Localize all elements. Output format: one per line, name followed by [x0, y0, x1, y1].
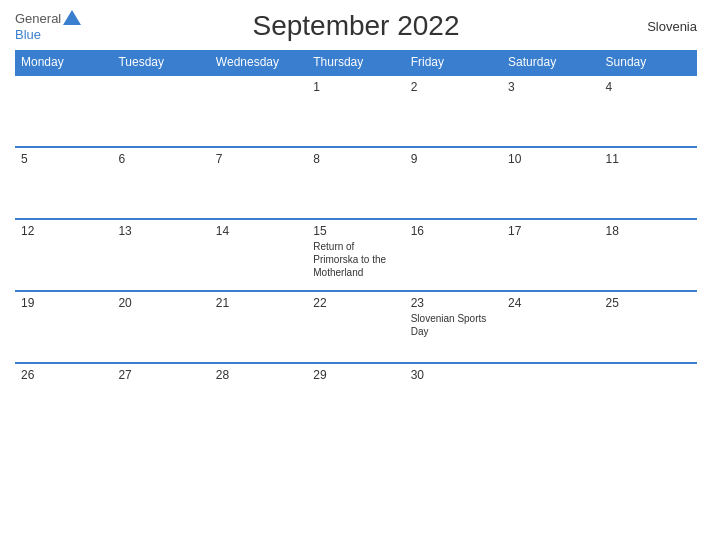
calendar-cell: 22	[307, 291, 404, 363]
calendar-week-row: 1234	[15, 75, 697, 147]
calendar-week-row: 12131415Return of Primorska to the Mothe…	[15, 219, 697, 291]
calendar-cell: 10	[502, 147, 599, 219]
calendar-cell	[112, 75, 209, 147]
calendar-cell	[210, 75, 307, 147]
calendar-cell: 8	[307, 147, 404, 219]
day-number: 14	[216, 224, 301, 238]
day-number: 28	[216, 368, 301, 382]
calendar-cell: 28	[210, 363, 307, 435]
logo: General Blue	[15, 10, 81, 42]
calendar-cell: 17	[502, 219, 599, 291]
calendar-event: Slovenian Sports Day	[411, 312, 496, 338]
weekday-header-row: Monday Tuesday Wednesday Thursday Friday…	[15, 50, 697, 75]
calendar-cell	[502, 363, 599, 435]
day-number: 26	[21, 368, 106, 382]
calendar-cell: 30	[405, 363, 502, 435]
day-number: 29	[313, 368, 398, 382]
day-number: 25	[606, 296, 691, 310]
day-number: 18	[606, 224, 691, 238]
calendar-event: Return of Primorska to the Motherland	[313, 240, 398, 279]
day-number: 20	[118, 296, 203, 310]
calendar-cell	[600, 363, 697, 435]
calendar-cell: 2	[405, 75, 502, 147]
day-number: 13	[118, 224, 203, 238]
day-number: 9	[411, 152, 496, 166]
logo-triangle-icon	[63, 10, 81, 25]
calendar-cell: 12	[15, 219, 112, 291]
calendar-cell: 5	[15, 147, 112, 219]
day-number: 21	[216, 296, 301, 310]
day-number: 4	[606, 80, 691, 94]
day-number: 17	[508, 224, 593, 238]
calendar-cell: 6	[112, 147, 209, 219]
day-number: 1	[313, 80, 398, 94]
country-name: Slovenia	[647, 19, 697, 34]
day-number: 6	[118, 152, 203, 166]
header-sunday: Sunday	[600, 50, 697, 75]
day-number: 23	[411, 296, 496, 310]
day-number: 15	[313, 224, 398, 238]
month-title: September 2022	[252, 10, 459, 42]
day-number: 8	[313, 152, 398, 166]
calendar-cell: 15Return of Primorska to the Motherland	[307, 219, 404, 291]
calendar-cell: 3	[502, 75, 599, 147]
calendar-week-row: 1920212223Slovenian Sports Day2425	[15, 291, 697, 363]
calendar-cell: 26	[15, 363, 112, 435]
calendar-cell: 1	[307, 75, 404, 147]
day-number: 27	[118, 368, 203, 382]
calendar-week-row: 2627282930	[15, 363, 697, 435]
header-thursday: Thursday	[307, 50, 404, 75]
calendar-week-row: 567891011	[15, 147, 697, 219]
day-number: 19	[21, 296, 106, 310]
calendar-cell: 21	[210, 291, 307, 363]
calendar-cell: 14	[210, 219, 307, 291]
logo-general-text: General	[15, 11, 61, 26]
day-number: 5	[21, 152, 106, 166]
day-number: 2	[411, 80, 496, 94]
calendar-table: Monday Tuesday Wednesday Thursday Friday…	[15, 50, 697, 435]
calendar-header: General Blue September 2022 Slovenia	[15, 10, 697, 42]
calendar-cell	[15, 75, 112, 147]
calendar-cell: 29	[307, 363, 404, 435]
calendar-cell: 19	[15, 291, 112, 363]
day-number: 10	[508, 152, 593, 166]
calendar-cell: 7	[210, 147, 307, 219]
calendar-body: 123456789101112131415Return of Primorska…	[15, 75, 697, 435]
calendar-cell: 13	[112, 219, 209, 291]
header-tuesday: Tuesday	[112, 50, 209, 75]
header-friday: Friday	[405, 50, 502, 75]
calendar-cell: 18	[600, 219, 697, 291]
day-number: 30	[411, 368, 496, 382]
day-number: 7	[216, 152, 301, 166]
header-saturday: Saturday	[502, 50, 599, 75]
day-number: 22	[313, 296, 398, 310]
calendar-cell: 4	[600, 75, 697, 147]
header-wednesday: Wednesday	[210, 50, 307, 75]
day-number: 16	[411, 224, 496, 238]
calendar-cell: 25	[600, 291, 697, 363]
calendar-cell: 23Slovenian Sports Day	[405, 291, 502, 363]
calendar-page: General Blue September 2022 Slovenia Mon…	[0, 0, 712, 550]
calendar-cell: 9	[405, 147, 502, 219]
day-number: 12	[21, 224, 106, 238]
calendar-cell: 11	[600, 147, 697, 219]
calendar-cell: 24	[502, 291, 599, 363]
day-number: 3	[508, 80, 593, 94]
day-number: 24	[508, 296, 593, 310]
header-monday: Monday	[15, 50, 112, 75]
calendar-cell: 16	[405, 219, 502, 291]
calendar-cell: 27	[112, 363, 209, 435]
day-number: 11	[606, 152, 691, 166]
calendar-cell: 20	[112, 291, 209, 363]
logo-blue-text: Blue	[15, 27, 41, 42]
